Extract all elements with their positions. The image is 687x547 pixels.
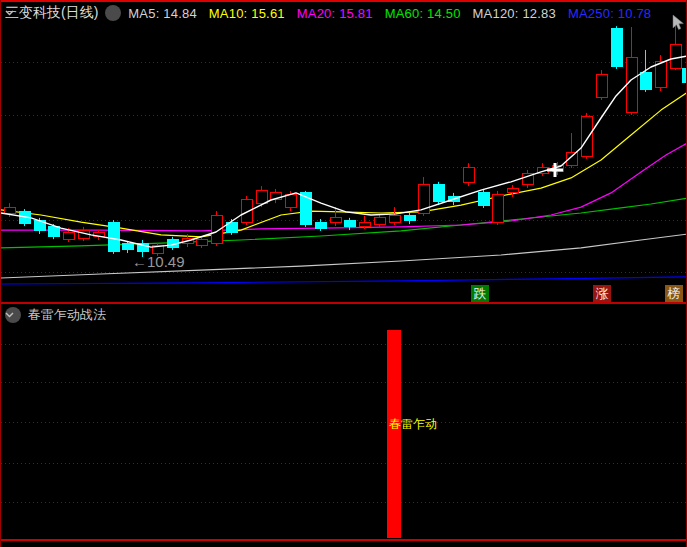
- ma-readout-ma20: MA20: 15.81: [297, 6, 373, 21]
- candle: [4, 207, 15, 214]
- candle: [507, 188, 518, 193]
- candle: [581, 117, 592, 157]
- candle: [433, 185, 444, 201]
- candle: [315, 222, 326, 228]
- limit-up-marker[interactable]: 涨: [593, 285, 611, 302]
- candle: [611, 28, 622, 67]
- tdx-window: ←10.49 三变科技(日线) MA5: 14.84MA10: 15.61MA2…: [0, 0, 687, 547]
- panel-divider[interactable]: [1, 302, 687, 304]
- signal-bar: [387, 330, 401, 538]
- chevron-down-icon[interactable]: [105, 5, 121, 21]
- candle: [478, 193, 489, 205]
- window-top-border: [1, 0, 687, 2]
- sub-panel-header: 春雷乍动战法: [5, 306, 106, 324]
- indicator-title: 春雷乍动战法: [28, 306, 106, 324]
- candle: [374, 218, 385, 224]
- candle: [655, 62, 666, 88]
- candle: [256, 190, 267, 204]
- candle: [682, 68, 687, 82]
- candle: [63, 232, 74, 239]
- chevron-down-icon[interactable]: [5, 307, 21, 323]
- candle: [344, 221, 355, 227]
- signal-label: 春雷乍动: [389, 417, 437, 431]
- rank-marker[interactable]: 榜: [665, 285, 683, 302]
- stock-title: 三变科技(日线): [5, 4, 98, 22]
- candle: [404, 215, 415, 221]
- candle: [359, 222, 370, 227]
- ma-readout-ma60: MA60: 14.50: [385, 6, 461, 21]
- ma-line-ma10: [1, 92, 687, 237]
- main-chart-canvas[interactable]: ←10.49: [1, 0, 687, 303]
- ma-line-ma250: [1, 277, 687, 284]
- candle: [196, 239, 207, 245]
- candle: [566, 153, 577, 165]
- ma-readout-ma250: MA250: 10.78: [568, 6, 651, 21]
- limit-down-marker[interactable]: 跌: [471, 285, 489, 302]
- candle: [330, 217, 341, 223]
- candle: [492, 195, 503, 223]
- sub-indicator-canvas[interactable]: 春雷乍动: [1, 304, 687, 547]
- candle: [670, 45, 681, 68]
- ma-readout-ma120: MA120: 12.83: [473, 6, 556, 21]
- ma-readout-ma10: MA10: 15.61: [209, 6, 285, 21]
- candle: [463, 167, 474, 183]
- candle: [596, 75, 607, 97]
- main-chart-header: 三变科技(日线) MA5: 14.84MA10: 15.61MA20: 15.8…: [5, 4, 651, 22]
- low-price-annotation: ←10.49: [132, 253, 185, 270]
- ma-line-ma120: [1, 234, 687, 278]
- ma-readout-ma5: MA5: 14.84: [128, 6, 197, 21]
- candle: [640, 73, 651, 90]
- candle: [389, 215, 400, 222]
- candle: [122, 244, 133, 250]
- candle: [285, 195, 296, 208]
- ma-readouts: MA5: 14.84MA10: 15.61MA20: 15.81MA60: 14…: [128, 6, 651, 21]
- candle: [48, 227, 59, 236]
- candle: [626, 58, 637, 113]
